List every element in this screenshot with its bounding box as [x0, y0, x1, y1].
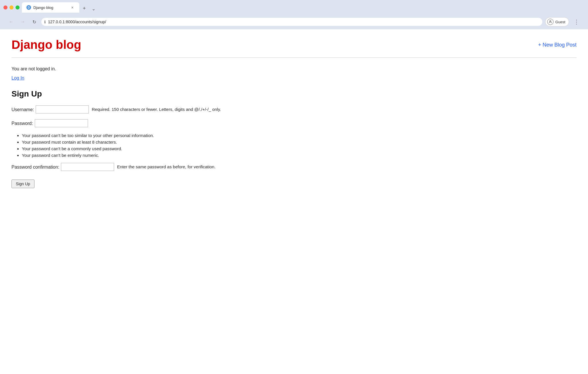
address-bar: ℹ — [41, 18, 542, 26]
profile-button[interactable]: Guest — [545, 17, 569, 26]
profile-icon — [547, 19, 554, 25]
password-confirm-input[interactable] — [61, 163, 114, 171]
svg-point-0 — [550, 20, 551, 22]
password-hint-4: Your password can't be entirely numeric. — [22, 153, 577, 158]
password-hint-1: Your password can't be too similar to yo… — [22, 133, 577, 138]
password-row: Password: — [11, 119, 577, 128]
username-label: Username: — [11, 105, 34, 114]
expand-tabs-button[interactable]: ⌄ — [89, 5, 98, 13]
close-tab-button[interactable]: × — [70, 5, 75, 10]
login-link[interactable]: Log In — [11, 76, 24, 81]
password-hint-2: Your password must contain at least 8 ch… — [22, 140, 577, 144]
password-hints-list: Your password can't be too similar to yo… — [11, 133, 577, 158]
password-confirm-label: Password confirmation: — [11, 163, 59, 171]
password-input[interactable] — [35, 119, 88, 127]
forward-button[interactable]: → — [18, 18, 27, 26]
minimize-window-button[interactable] — [9, 5, 14, 9]
password-hint-3: Your password can't be a commonly used p… — [22, 146, 577, 151]
password-confirm-row: Password confirmation: Enter the same pa… — [11, 163, 577, 171]
not-logged-in-text: You are not logged in. — [11, 66, 577, 72]
maximize-window-button[interactable] — [16, 5, 20, 9]
password-label: Password: — [11, 119, 33, 128]
tab-favicon: D — [26, 5, 31, 10]
new-blog-post-link[interactable]: + New Blog Post — [538, 42, 577, 48]
reload-button[interactable]: ↻ — [30, 18, 39, 26]
address-bar-row: ← → ↻ ℹ Guest ⋮ — [3, 15, 585, 29]
username-row: Username: Required. 150 characters or fe… — [11, 105, 577, 114]
more-options-button[interactable]: ⋮ — [572, 17, 581, 26]
url-input[interactable] — [48, 20, 538, 24]
new-tab-button[interactable]: + — [80, 4, 89, 13]
page-content: Django blog + New Blog Post You are not … — [0, 29, 588, 374]
site-title: Django blog — [11, 38, 81, 52]
password-confirm-help: Enter the same password as before, for v… — [117, 163, 216, 171]
browser-chrome: D Django blog × + ⌄ ← → ↻ ℹ Guest ⋮ — [0, 0, 588, 29]
tab-title: Django blog — [33, 5, 68, 10]
tabs-row: D Django blog × + ⌄ — [22, 2, 98, 13]
lock-icon: ℹ — [44, 20, 46, 24]
username-help: Required. 150 characters or fewer. Lette… — [92, 105, 221, 113]
back-button[interactable]: ← — [7, 18, 16, 26]
signup-heading: Sign Up — [11, 89, 577, 99]
browser-top-bar: D Django blog × + ⌄ — [3, 2, 585, 13]
site-header: Django blog + New Blog Post — [11, 38, 577, 58]
window-controls — [3, 5, 20, 9]
close-window-button[interactable] — [3, 5, 7, 9]
active-tab[interactable]: D Django blog × — [22, 2, 79, 13]
profile-label: Guest — [555, 20, 565, 24]
username-input[interactable] — [36, 105, 89, 113]
signup-button[interactable]: Sign Up — [11, 180, 34, 188]
